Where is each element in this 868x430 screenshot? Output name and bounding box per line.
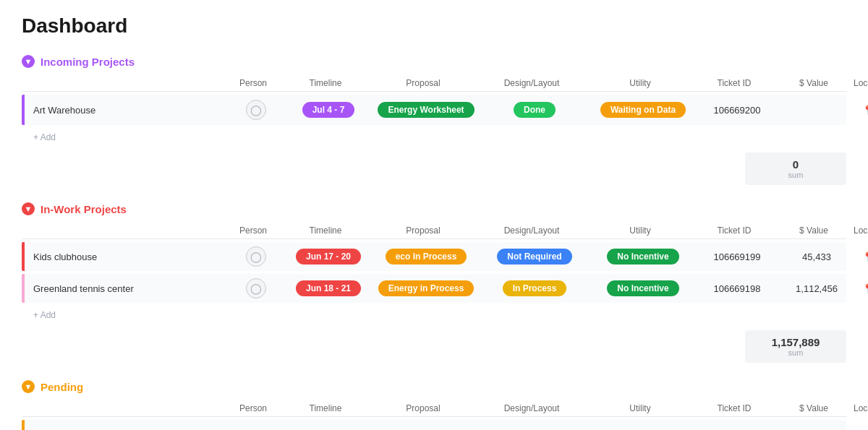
section-icon-inwork[interactable]: ▼ [22,202,35,215]
col-header-inwork-3: Proposal [369,225,477,236]
add-row-inwork[interactable]: + Add [22,306,846,324]
col-headers-incoming: PersonTimelineProposalDesign/LayoutUtili… [22,75,846,92]
col-header-pending-1: Person [224,403,282,413]
col-header-pending-8: Location [854,403,868,413]
section-incoming: ▼Incoming ProjectsPersonTimelineProposal… [22,55,846,185]
page-title: Dashboard [22,14,846,38]
col-header-incoming-3: Proposal [369,78,477,88]
timeline-badge: Jun 17 - 20 [296,249,361,265]
section-pending: ▼PendingPersonTimelineProposalDesign/Lay… [22,380,846,430]
location-cell-incoming-0: 📍Virginia, USA [856,99,868,121]
col-header-inwork-8: Location [854,225,868,236]
utility-badge: Waiting on Data [600,102,686,118]
person-cell-inwork-0[interactable]: ◯ [227,246,285,267]
ticket-cell-incoming-0: 106669200 [697,105,777,116]
sum-box-inwork: 1,157,889sum [745,330,846,363]
value-cell-inwork-1: 1,112,456 [777,283,856,294]
timeline-badge: Jun 18 - 21 [296,280,361,296]
sections-container: ▼Incoming ProjectsPersonTimelineProposal… [22,55,846,430]
sum-label-incoming: sum [788,171,804,179]
col-header-incoming-5: Utility [586,78,694,88]
col-header-pending-3: Proposal [369,403,477,413]
project-name-inwork-1: Greenland tennis center [25,283,227,294]
ticket-cell-inwork-0: 106669199 [697,251,777,262]
timeline-badge: Jul 4 - 7 [302,102,355,118]
project-row-inwork-1[interactable]: Greenland tennis center◯Jun 18 - 21Energ… [22,274,846,303]
col-header-incoming-7: $ Value [774,78,854,88]
utility-cell-inwork-0[interactable]: No Incentive [589,249,697,265]
col-header-inwork-5: Utility [586,225,694,236]
add-row-incoming[interactable]: + Add [22,128,846,147]
col-header-inwork-7: $ Value [774,225,854,236]
timeline-cell-inwork-0[interactable]: Jun 17 - 20 [285,249,372,265]
col-header-pending-5: Utility [586,403,694,413]
project-row-pending-0[interactable]: Stonewall Hospital◯Jul 4 - 7ecoInsightNo… [22,420,846,430]
section-inwork: ▼In-Work ProjectsPersonTimelineProposalD… [22,202,846,363]
col-header-pending-6: Ticket ID [694,403,774,413]
section-title-inwork: In-Work Projects [41,203,127,215]
sum-box-incoming: 0sum [745,152,846,185]
section-icon-incoming[interactable]: ▼ [22,55,35,68]
design-cell-inwork-0[interactable]: Not Required [480,249,589,265]
avatar: ◯ [246,278,266,298]
location-cell-inwork-0: 📍Iceland [856,251,868,262]
col-header-pending-7: $ Value [774,403,854,413]
col-headers-inwork: PersonTimelineProposalDesign/LayoutUtili… [22,223,846,239]
utility-cell-incoming-0[interactable]: Waiting on Data [589,102,697,118]
sum-value-inwork: 1,157,889 [772,336,820,348]
sum-label-inwork: sum [788,348,804,357]
col-header-inwork-0 [22,225,224,236]
timeline-cell-inwork-1[interactable]: Jun 18 - 21 [285,280,372,296]
col-header-incoming-1: Person [224,78,282,88]
section-header-pending: ▼Pending [22,380,846,393]
project-row-inwork-0[interactable]: Kids clubhouse◯Jun 17 - 20eco In Process… [22,242,846,271]
col-header-pending-2: Timeline [282,403,369,413]
proposal-badge: Energy in Process [378,280,475,296]
sum-value-incoming: 0 [793,158,799,171]
avatar: ◯ [246,100,266,120]
project-name-incoming-0: Art Warehouse [25,105,227,116]
utility-badge: No Incentive [607,249,678,265]
timeline-cell-incoming-0[interactable]: Jul 4 - 7 [285,102,372,118]
person-cell-incoming-0[interactable]: ◯ [227,100,285,120]
project-row-incoming-0[interactable]: Art Warehouse◯Jul 4 - 7Energy WorksheetD… [22,95,846,125]
location-pin-icon: 📍 [862,283,868,294]
avatar: ◯ [246,246,266,267]
col-header-incoming-2: Timeline [282,78,369,88]
section-title-incoming: Incoming Projects [41,56,135,68]
design-badge: In Process [503,280,567,296]
design-cell-incoming-0[interactable]: Done [480,102,589,118]
utility-badge: No Incentive [607,280,678,296]
proposal-cell-inwork-0[interactable]: eco In Process [372,249,480,265]
section-title-pending: Pending [41,381,83,393]
col-header-incoming-6: Ticket ID [694,78,774,88]
design-badge: Done [514,102,556,118]
proposal-badge: eco In Process [386,249,467,265]
section-header-incoming: ▼Incoming Projects [22,55,846,68]
value-cell-inwork-0: 45,433 [777,251,856,262]
section-header-inwork: ▼In-Work Projects [22,202,846,215]
col-header-pending-0 [22,403,224,413]
col-header-incoming-4: Design/Layout [477,78,586,88]
location-pin-icon: 📍 [862,251,868,262]
location-cell-inwork-1: 📍Greenland [856,283,868,294]
design-cell-inwork-1[interactable]: In Process [480,280,589,296]
person-cell-inwork-1[interactable]: ◯ [227,278,285,298]
location-cell-pending-0: 📍Mexico City, CDMX... [856,424,868,430]
col-header-pending-4: Design/Layout [477,403,586,413]
col-header-inwork-2: Timeline [282,225,369,236]
proposal-cell-incoming-0[interactable]: Energy Worksheet [372,102,480,118]
proposal-cell-inwork-1[interactable]: Energy in Process [372,280,480,296]
col-header-inwork-6: Ticket ID [694,225,774,236]
section-icon-pending[interactable]: ▼ [22,380,35,393]
ticket-cell-inwork-1: 106669198 [697,283,777,294]
col-header-incoming-0 [22,78,224,88]
location-pin-icon: 📍 [862,105,868,116]
project-name-inwork-0: Kids clubhouse [25,251,227,262]
design-badge: Not Required [497,249,571,265]
col-headers-pending: PersonTimelineProposalDesign/LayoutUtili… [22,400,846,417]
col-header-inwork-4: Design/Layout [477,225,586,236]
col-header-incoming-8: Location [854,78,868,88]
col-header-inwork-1: Person [224,225,282,236]
utility-cell-inwork-1[interactable]: No Incentive [589,280,697,296]
